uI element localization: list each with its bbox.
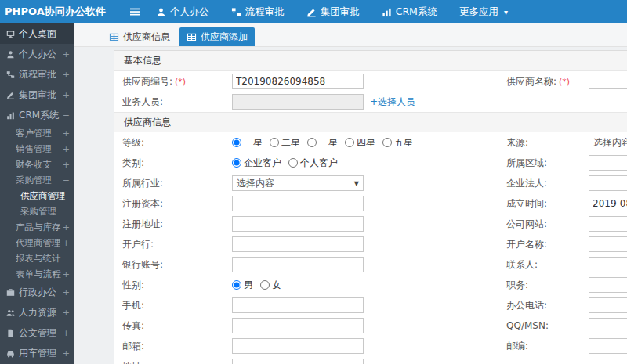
zipcode-input[interactable]: [589, 338, 627, 354]
form-cell: 开户名称:: [506, 234, 627, 254]
nav-item-label: 流程审批: [245, 5, 285, 19]
source-select[interactable]: 选择内容▼: [589, 135, 627, 150]
qq-msn-input[interactable]: [589, 318, 627, 333]
section-header: 基本信息: [114, 51, 627, 71]
nav-item-process-approval[interactable]: 流程审批: [231, 5, 285, 19]
sidebar-item-crm-system[interactable]: CRM系统−: [0, 105, 74, 125]
doc-icon: [6, 329, 15, 337]
address-input[interactable]: [232, 359, 364, 364]
expand-plus-icon[interactable]: +: [63, 269, 70, 279]
radio-label: 四星: [357, 136, 375, 150]
expand-plus-icon[interactable]: +: [63, 160, 70, 170]
sidebar-item-finance[interactable]: 财务收支+: [0, 157, 74, 172]
business-person-input[interactable]: [232, 94, 364, 110]
email-input[interactable]: [232, 338, 364, 354]
level-radio[interactable]: [232, 138, 241, 147]
sidebar-item-personal-desktop[interactable]: 个人桌面: [0, 23, 74, 44]
fax-input[interactable]: [232, 318, 364, 333]
position-input[interactable]: [589, 277, 627, 293]
tab-supplier-add[interactable]: 供应商添加: [179, 27, 255, 46]
sidebar-item-sales-mgmt[interactable]: 销售管理+: [0, 141, 74, 157]
tab-label: 供应商信息: [123, 31, 170, 44]
sidebar-item-vehicle-mgmt[interactable]: 用车管理+: [0, 343, 74, 363]
sidebar-item-form-flow-settings[interactable]: 表单与流程设置+: [0, 266, 74, 282]
sidebar-item-document-mgmt[interactable]: 公文管理+: [0, 323, 74, 343]
nav-item-more-apps[interactable]: 更多应用▾: [459, 5, 508, 19]
bank-account-input[interactable]: [232, 257, 364, 272]
level-option[interactable]: 四星: [345, 136, 375, 150]
category-radio[interactable]: [288, 158, 298, 168]
expand-plus-icon[interactable]: +: [63, 144, 70, 154]
category-option[interactable]: 企业客户: [232, 157, 281, 170]
bank-input[interactable]: [232, 236, 364, 252]
choose-person-link[interactable]: +选择人员: [370, 96, 415, 109]
sidebar-item-agent-mgmt[interactable]: 代理商管理+: [0, 235, 74, 250]
expand-plus-icon[interactable]: +: [63, 49, 70, 59]
gender-option[interactable]: 女: [260, 279, 281, 292]
contact-input[interactable]: [589, 257, 627, 272]
founded-date-input[interactable]: [589, 196, 627, 211]
sidebar-item-personal-office[interactable]: 个人办公+: [0, 44, 74, 64]
level-option[interactable]: 三星: [307, 136, 338, 150]
nav-item-group-approval[interactable]: 集团审批: [306, 5, 360, 19]
extra-input[interactable]: [589, 359, 627, 364]
menu-toggle-icon[interactable]: [129, 6, 140, 17]
field-label-supplier-code: 供应商编号:(*): [122, 75, 232, 88]
mobile-input[interactable]: [232, 297, 364, 313]
sidebar-item-label: 公文管理: [19, 326, 61, 340]
level-radio[interactable]: [270, 138, 279, 147]
supplier-code-input[interactable]: [232, 74, 364, 89]
gender-radio[interactable]: [232, 280, 241, 290]
level-radio[interactable]: [345, 138, 354, 147]
expand-plus-icon[interactable]: +: [63, 70, 70, 80]
gender-option[interactable]: 男: [232, 279, 253, 292]
office-phone-input[interactable]: [589, 297, 627, 313]
supplier-name-input[interactable]: [589, 74, 627, 89]
collapse-minus-icon[interactable]: −: [63, 110, 70, 121]
sidebar-item-purchase-mgmt[interactable]: 采购管理−: [0, 172, 74, 188]
level-radio[interactable]: [382, 138, 392, 147]
level-option[interactable]: 一星: [232, 136, 263, 150]
tab-supplier-info[interactable]: 供应商信息: [102, 27, 177, 46]
industry-select[interactable]: 选择内容▼: [232, 175, 364, 191]
sidebar-item-group-approval[interactable]: 集团审批+: [0, 85, 74, 105]
expand-plus-icon[interactable]: +: [63, 222, 70, 232]
expand-plus-icon[interactable]: +: [63, 238, 70, 248]
nav-item-personal-office[interactable]: 个人办公: [156, 5, 209, 19]
expand-plus-icon[interactable]: +: [63, 348, 70, 359]
level-option[interactable]: 五星: [382, 136, 413, 150]
level-option[interactable]: 二星: [270, 136, 300, 150]
flow-icon: [6, 70, 15, 79]
expand-plus-icon[interactable]: +: [63, 287, 70, 297]
nav-item-crm-system[interactable]: CRM系统: [382, 5, 437, 19]
field-label-registered-capital: 注册资本:: [122, 197, 232, 211]
sidebar-item-hr[interactable]: 人力资源+: [0, 302, 74, 323]
expand-plus-icon[interactable]: +: [63, 128, 70, 139]
form-cell: 所属行业:选择内容▼: [114, 173, 506, 193]
registered-address-input[interactable]: [232, 216, 364, 232]
sidebar-item-supplier-mgmt[interactable]: 供应商管理: [0, 188, 74, 204]
level-radio[interactable]: [307, 138, 317, 147]
sidebar-item-procurement-mgmt[interactable]: 采购管理: [0, 204, 74, 219]
gender-radio[interactable]: [260, 280, 270, 290]
legal-person-input[interactable]: [589, 175, 627, 191]
expand-plus-icon[interactable]: +: [63, 308, 70, 318]
form-cell: 地址:: [114, 356, 506, 364]
account-name-input[interactable]: [589, 236, 627, 252]
website-input[interactable]: [589, 216, 627, 232]
expand-plus-icon[interactable]: +: [63, 328, 70, 338]
expand-plus-icon[interactable]: +: [63, 90, 70, 100]
sidebar-item-report-stats[interactable]: 报表与统计: [0, 250, 74, 266]
field-label-business-person: 业务人员:: [122, 96, 232, 109]
sidebar-item-process-approval[interactable]: 流程审批+: [0, 64, 74, 85]
sidebar-item-product-inventory[interactable]: 产品与库存+: [0, 219, 74, 235]
category-radio[interactable]: [232, 158, 241, 168]
sidebar-item-admin-office[interactable]: 行政办公+: [0, 282, 74, 302]
collapse-minus-icon[interactable]: −: [63, 175, 70, 186]
sidebar-item-customer-mgmt[interactable]: 客户管理+: [0, 125, 74, 141]
category-option[interactable]: 个人客户: [288, 157, 338, 170]
registered-capital-input[interactable]: [232, 196, 364, 211]
region-input[interactable]: [589, 155, 627, 171]
form-cell: 手机:: [114, 295, 506, 315]
caret-down-icon: ▾: [504, 8, 508, 16]
